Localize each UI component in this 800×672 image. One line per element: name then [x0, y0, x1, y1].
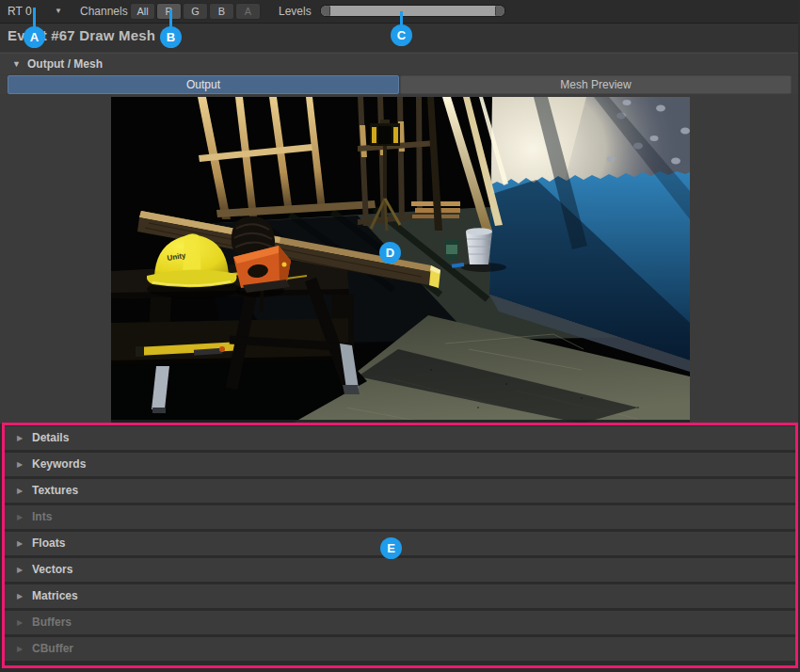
foldout-expanded-icon: ▼: [12, 54, 21, 74]
levels-slider-min-handle[interactable]: [321, 6, 330, 16]
foldout-vectors[interactable]: ▶Vectors: [4, 558, 796, 582]
render-target-dropdown[interactable]: RT 0 ▼: [4, 2, 66, 21]
foldout-cbuffer: ▶CBuffer: [4, 637, 796, 661]
foldout-buffers: ▶Buffers: [4, 611, 796, 634]
foldout-collapsed-icon: ▶: [17, 558, 23, 582]
channel-buttons: All R G B A: [130, 3, 261, 20]
chevron-down-icon: ▼: [55, 2, 62, 21]
frame-debugger-window: RT 0 ▼ Channels All R G B A Levels Event…: [0, 0, 800, 672]
event-title-strip: Event #67 Draw Mesh: [0, 24, 798, 52]
channel-b-button[interactable]: B: [209, 3, 234, 20]
channel-a-button: A: [235, 3, 261, 20]
foldout-collapsed-icon: ▶: [17, 611, 23, 634]
output-mesh-label: Output / Mesh: [27, 54, 103, 74]
levels-label: Levels: [279, 0, 312, 23]
toolbar: RT 0 ▼ Channels All R G B A Levels: [0, 0, 798, 24]
foldout-collapsed-icon: ▶: [17, 453, 23, 476]
foldout-collapsed-icon: ▶: [17, 584, 23, 608]
tab-mesh-preview[interactable]: Mesh Preview: [400, 75, 792, 94]
tab-output[interactable]: Output: [8, 75, 399, 94]
event-title: Event #67 Draw Mesh: [8, 27, 155, 43]
foldout-textures[interactable]: ▶Textures: [4, 479, 796, 503]
property-foldouts: ▶Details ▶Keywords ▶Textures ▶Ints ▶Floa…: [0, 424, 798, 672]
foldout-collapsed-icon: ▶: [17, 505, 23, 529]
foldout-keywords[interactable]: ▶Keywords: [4, 453, 796, 476]
levels-slider-max-handle[interactable]: [495, 6, 504, 16]
output-render-preview: Unity: [111, 97, 690, 424]
levels-slider[interactable]: [320, 5, 505, 17]
preview-tabs: Output Mesh Preview: [0, 75, 798, 94]
channels-label: Channels: [80, 0, 128, 23]
output-mesh-foldout[interactable]: ▼ Output / Mesh: [0, 53, 798, 74]
foldout-collapsed-icon: ▶: [17, 479, 23, 503]
foldout-floats[interactable]: ▶Floats: [4, 532, 796, 555]
foldout-ints: ▶Ints: [4, 505, 796, 529]
foldout-collapsed-icon: ▶: [17, 532, 23, 555]
foldout-details[interactable]: ▶Details: [4, 426, 796, 450]
render-target-label: RT 0: [8, 2, 32, 21]
channel-g-button[interactable]: G: [183, 3, 208, 20]
channel-all-button[interactable]: All: [130, 3, 155, 20]
levels-slider-fill: [321, 6, 504, 16]
channel-r-button[interactable]: R: [156, 3, 182, 20]
foldout-collapsed-icon: ▶: [17, 637, 23, 661]
foldout-collapsed-icon: ▶: [17, 426, 23, 450]
foldout-matrices[interactable]: ▶Matrices: [4, 584, 796, 608]
render-scene: Unity: [111, 97, 690, 424]
